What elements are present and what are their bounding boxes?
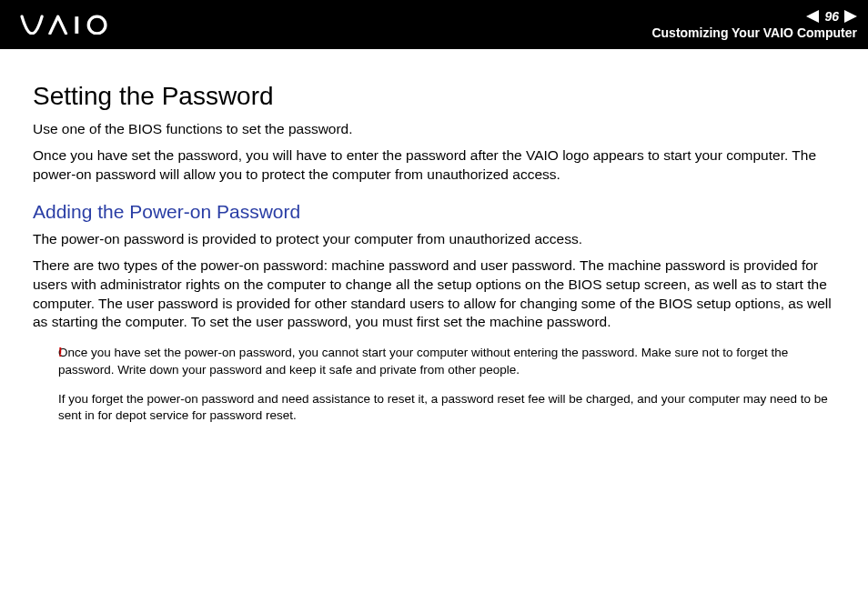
warning-icon: ! [58, 345, 63, 359]
header-section-title: Customizing Your VAIO Computer [651, 25, 857, 40]
subheading: Adding the Power-on Password [33, 201, 835, 223]
prev-page-icon[interactable] [806, 10, 819, 23]
page-header: 96 Customizing Your VAIO Computer [0, 0, 868, 49]
page-content: Setting the Password Use one of the BIOS… [0, 49, 868, 424]
vaio-logo [16, 15, 126, 35]
page-title: Setting the Password [33, 82, 835, 111]
warning-block: ! Once you have set the power-on passwor… [33, 345, 835, 424]
intro-paragraph-2: Once you have set the password, you will… [33, 146, 835, 185]
page-number: 96 [824, 9, 839, 24]
next-page-icon[interactable] [844, 10, 857, 23]
header-right: 96 Customizing Your VAIO Computer [651, 0, 868, 49]
page-navigator: 96 [806, 9, 857, 24]
svg-point-1 [88, 16, 106, 34]
sub-paragraph-1: The power-on password is provided to pro… [33, 230, 835, 249]
warning-text-2: If you forget the power-on password and … [58, 391, 835, 424]
sub-paragraph-2: There are two types of the power-on pass… [33, 256, 835, 333]
warning-text-1: Once you have set the power-on password,… [58, 345, 835, 377]
svg-rect-0 [75, 16, 78, 34]
intro-paragraph-1: Use one of the BIOS functions to set the… [33, 120, 835, 139]
